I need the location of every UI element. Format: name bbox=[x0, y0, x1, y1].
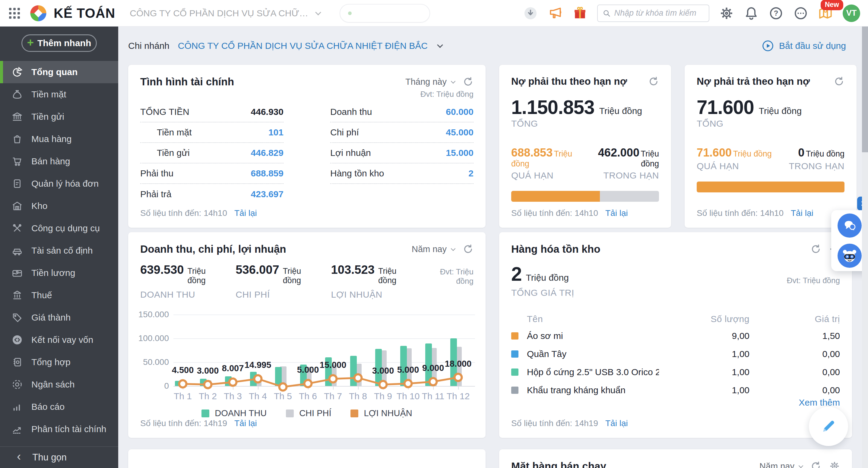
table-row[interactable]: Áo sơ mi 9,001,50 bbox=[511, 327, 840, 345]
bar-doanh-thu[interactable] bbox=[250, 372, 257, 386]
quick-add-button[interactable]: + Thêm nhanh bbox=[22, 34, 97, 52]
refresh-icon[interactable] bbox=[648, 76, 659, 87]
sidebar-item-ngan-sach[interactable]: Ngân sách bbox=[0, 373, 118, 396]
guide-book-icon[interactable]: New bbox=[818, 6, 833, 21]
sidebar-item-tien-luong[interactable]: Tiền lương bbox=[0, 262, 118, 284]
sidebar: + Thêm nhanh Tổng quan Tiền mặt Tiền gửi… bbox=[0, 27, 118, 468]
total-label: TỔNG bbox=[697, 119, 844, 129]
legend-item[interactable]: DOANH THU bbox=[202, 408, 267, 418]
legend-item[interactable]: LỢI NHUẬN bbox=[350, 408, 412, 418]
table-row[interactable]: Quần Tây 1,000,00 bbox=[511, 345, 840, 363]
refresh-icon[interactable] bbox=[810, 244, 821, 254]
settings-gear-icon[interactable] bbox=[829, 461, 840, 468]
announcements-megaphone-icon[interactable] bbox=[548, 6, 563, 21]
gift-icon[interactable] bbox=[572, 6, 588, 21]
table-row[interactable]: Khẩu trang kháng khuẩn 1,000,00 bbox=[511, 381, 840, 399]
vertical-scrollbar[interactable] bbox=[862, 27, 868, 468]
legend-item[interactable]: CHI PHÍ bbox=[286, 408, 331, 418]
salary-icon bbox=[11, 267, 23, 279]
sidebar-item-tien-gui[interactable]: Tiền gửi bbox=[0, 105, 118, 128]
series-swatch bbox=[511, 332, 519, 340]
sidebar-item-cong-cu-dung-cu[interactable]: Công cụ dụng cụ bbox=[0, 217, 118, 240]
header-status-pill[interactable] bbox=[340, 4, 430, 23]
sidebar-collapse-button[interactable]: ‹ Thu gọn bbox=[0, 446, 118, 468]
sidebar-item-tien-mat[interactable]: Tiền mặt bbox=[0, 83, 118, 105]
overdue-stat: 688.853 Triệu đồng QUÁ HẠN bbox=[511, 146, 585, 181]
settings-gear-icon[interactable] bbox=[719, 6, 734, 21]
updated-timestamp: Số liệu tính đến: 14h10 bbox=[511, 208, 598, 218]
axis-tick bbox=[333, 386, 334, 389]
table-row[interactable]: Hộp ổ cứng 2.5" USB 3.0 Orico 258... 1,0… bbox=[511, 363, 840, 381]
in-term-stat: 462.000 Triệu đồng TRONG HẠN bbox=[585, 146, 659, 181]
search-input[interactable] bbox=[614, 8, 704, 18]
apps-grid-icon[interactable] bbox=[8, 7, 21, 20]
receivable-progress-bar bbox=[511, 191, 659, 202]
revenue-period-select[interactable]: Năm nay bbox=[412, 244, 455, 254]
refresh-icon[interactable] bbox=[834, 76, 844, 87]
edit-fab-button[interactable] bbox=[809, 407, 848, 446]
bar-doanh-thu[interactable] bbox=[225, 376, 231, 386]
bestsellers-period-select[interactable]: Năm nay bbox=[760, 461, 803, 468]
updated-timestamp: Số liệu tính đến: 14h19 bbox=[511, 418, 598, 428]
more-options-icon[interactable] bbox=[793, 6, 808, 21]
app-logo-icon bbox=[30, 4, 47, 22]
cost-stat: 536.007Triệu đồng CHI PHÍ bbox=[236, 263, 312, 300]
bar-doanh-thu[interactable] bbox=[175, 381, 182, 386]
user-avatar[interactable]: VT bbox=[843, 4, 860, 22]
chevron-down-icon[interactable] bbox=[437, 42, 443, 48]
loan-connect-icon bbox=[11, 334, 23, 346]
updated-timestamp: Số liệu tính đến: 14h19 bbox=[140, 418, 227, 428]
branch-company-select[interactable]: CÔNG TY CỔ PHẦN DỊCH VỤ SỬA CHỮA NHIỆT Đ… bbox=[178, 41, 428, 51]
unit-note: Đvt: Triệu đồng bbox=[787, 276, 840, 285]
price-tag-icon bbox=[11, 312, 23, 323]
scrollbar-thumb[interactable] bbox=[862, 27, 868, 152]
reload-link[interactable]: Tải lại bbox=[791, 208, 813, 218]
header-company-name[interactable]: CÔNG TY CỔ PHẦN DỊCH VỤ SỬA CHỮA NHIỆT Đ… bbox=[130, 8, 320, 19]
legend-swatch bbox=[202, 409, 209, 417]
gridline bbox=[174, 314, 475, 315]
total-value-label: TỔNG GIÁ TRỊ bbox=[511, 288, 840, 298]
refresh-icon[interactable] bbox=[810, 461, 821, 468]
sidebar-item-quan-ly-hoa-don[interactable]: Quản lý hóa đơn bbox=[0, 173, 118, 195]
start-using-link[interactable]: Bắt đầu sử dụng bbox=[762, 39, 846, 52]
sidebar-item-gia-thanh[interactable]: Giá thành bbox=[0, 306, 118, 329]
chevron-down-icon bbox=[451, 79, 456, 84]
revenue-chart-plot: 150.000100.00050.0000Th 1Th 2Th 3Th 4Th … bbox=[128, 305, 486, 419]
sidebar-item-thue[interactable]: Thuế bbox=[0, 284, 118, 306]
bar-doanh-thu[interactable] bbox=[200, 379, 207, 386]
receivable-progress-fill bbox=[511, 191, 600, 202]
shopping-cart-icon bbox=[11, 156, 23, 167]
refresh-icon[interactable] bbox=[463, 244, 473, 254]
sidebar-item-phan-tich-tai-chinh[interactable]: Phân tích tài chính bbox=[0, 418, 118, 440]
ledger-icon bbox=[11, 356, 23, 368]
notifications-bell-icon[interactable] bbox=[744, 6, 759, 21]
chat-bubbles-icon bbox=[843, 219, 857, 232]
reload-link[interactable]: Tải lại bbox=[234, 208, 257, 218]
chevron-left-icon: ‹ bbox=[17, 450, 21, 462]
sidebar-item-ket-noi-vay-von[interactable]: Kết nối vay vốn bbox=[0, 329, 118, 351]
in-term-stat: 0 Triệu đồng TRONG HẠN bbox=[789, 146, 845, 171]
car-icon bbox=[11, 245, 23, 256]
see-more-link[interactable]: Xem thêm bbox=[799, 398, 840, 408]
finance-period-select[interactable]: Tháng này bbox=[405, 77, 455, 87]
panda-bot-icon bbox=[842, 249, 858, 263]
download-button[interactable] bbox=[523, 6, 538, 21]
help-icon[interactable]: ? bbox=[769, 6, 783, 21]
reload-link[interactable]: Tải lại bbox=[234, 418, 257, 428]
legend-swatch bbox=[286, 409, 294, 417]
refresh-icon[interactable] bbox=[463, 76, 473, 87]
sidebar-item-tong-hop[interactable]: Tổng hợp bbox=[0, 351, 118, 373]
sidebar-item-bao-cao[interactable]: Báo cáo bbox=[0, 396, 118, 418]
axis-tick bbox=[358, 386, 359, 389]
chevron-down-icon bbox=[451, 246, 456, 251]
sidebar-item-ban-hang[interactable]: Bán hàng bbox=[0, 150, 118, 173]
sidebar-item-mua-hang[interactable]: Mua hàng bbox=[0, 128, 118, 150]
reload-link[interactable]: Tải lại bbox=[605, 418, 628, 428]
chat-button[interactable] bbox=[838, 214, 862, 238]
sidebar-item-tai-san-co-dinh[interactable]: Tài sản cố định bbox=[0, 240, 118, 262]
updated-timestamp: Số liệu tính đến: 14h10 bbox=[697, 208, 783, 218]
reload-link[interactable]: Tải lại bbox=[605, 208, 628, 218]
sidebar-item-kho[interactable]: Kho bbox=[0, 195, 118, 217]
ai-assistant-button[interactable] bbox=[838, 244, 862, 268]
sidebar-item-tong-quan[interactable]: Tổng quan bbox=[0, 61, 118, 83]
